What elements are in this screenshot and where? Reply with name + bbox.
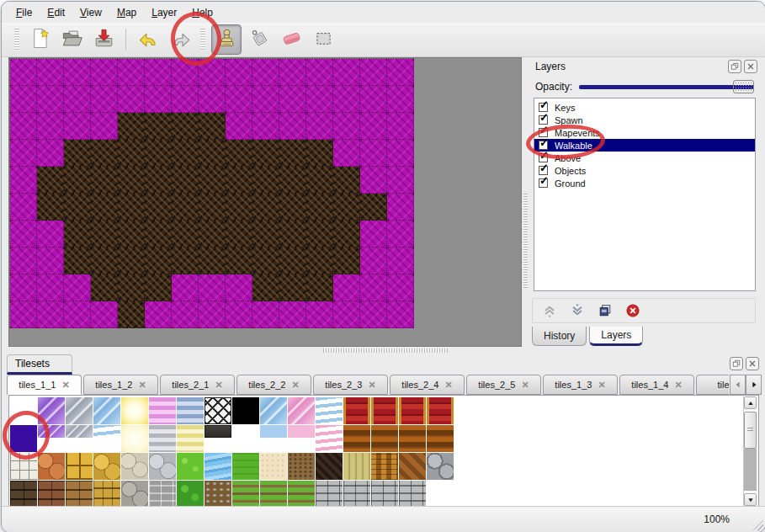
palette-tile-carpet-red[interactable]	[343, 397, 370, 424]
map-tile-walkable[interactable]	[226, 221, 252, 247]
tab-tilesets[interactable]: Tilesets	[7, 354, 72, 375]
menu-map[interactable]: Map	[109, 4, 144, 21]
map-tile-walkable[interactable]	[333, 221, 360, 247]
map-tile-walkable[interactable]	[145, 247, 172, 274]
palette-tile-glass-blue[interactable]	[93, 397, 120, 424]
map-tile-ground[interactable]	[360, 274, 387, 301]
map-tile-ground[interactable]	[199, 274, 226, 301]
opacity-slider[interactable]	[579, 80, 754, 93]
close-tilesets-button[interactable]	[746, 357, 759, 370]
map-tile-walkable[interactable]	[145, 140, 172, 167]
map-tile-ground[interactable]	[10, 86, 37, 113]
map-tile-ground[interactable]	[226, 86, 252, 113]
map-tile-ground[interactable]	[37, 59, 64, 86]
map-tile-walkable[interactable]	[226, 247, 252, 274]
map-tile-walkable[interactable]	[118, 274, 145, 301]
palette-tile-grass-bright[interactable]	[177, 453, 204, 480]
map-tile-ground[interactable]	[252, 86, 279, 113]
map-tile-walkable[interactable]	[145, 194, 172, 221]
palette-tile-dirt-rocks[interactable]	[205, 481, 231, 508]
map-tile-walkable[interactable]	[252, 274, 279, 301]
map-tile-walkable[interactable]	[279, 167, 306, 194]
map-tile-walkable[interactable]	[64, 221, 91, 247]
map-tile-ground[interactable]	[306, 301, 333, 328]
palette-tile-basket[interactable]	[371, 453, 398, 480]
map-tile-ground[interactable]	[37, 221, 64, 247]
map-tile-ground[interactable]	[360, 167, 387, 194]
tab-layers[interactable]: Layers	[589, 327, 643, 346]
map-tile-walkable[interactable]	[145, 221, 172, 247]
map-tile-walkable[interactable]	[199, 140, 226, 167]
map-tile-ground[interactable]	[91, 59, 118, 86]
map-tile-walkable[interactable]	[279, 247, 306, 274]
close-tab-icon[interactable]: ✕	[291, 380, 299, 390]
palette-tile-wavy-blue[interactable]	[93, 425, 120, 438]
map-tile-ground[interactable]	[360, 86, 387, 113]
map-tile-ground[interactable]	[279, 113, 306, 140]
map-tile-ground[interactable]	[37, 140, 64, 167]
palette-tile-stripes-blue[interactable]	[177, 397, 204, 424]
map-tile-walkable[interactable]	[91, 140, 118, 167]
map-tile-ground[interactable]	[37, 247, 64, 274]
save-map-button[interactable]	[89, 25, 118, 54]
horizontal-splitter-handle[interactable]	[323, 348, 448, 353]
map-tile-ground[interactable]	[10, 247, 37, 274]
map-tile-ground[interactable]	[360, 301, 387, 328]
map-tile-ground[interactable]	[10, 140, 37, 167]
palette-tile-gold-tiles[interactable]	[66, 453, 93, 480]
map-tile-ground[interactable]	[37, 301, 64, 328]
palette-tile-gold-stones[interactable]	[93, 453, 120, 480]
map-tile-ground[interactable]	[10, 113, 37, 140]
map-tile-walkable[interactable]	[306, 140, 333, 167]
palette-scrollbar[interactable]	[743, 396, 757, 506]
palette-tile-dirt[interactable]	[288, 453, 315, 480]
close-tab-icon[interactable]: ✕	[674, 380, 682, 390]
tileset-tab-tiles_2_3[interactable]: tiles_2_3✕	[313, 375, 388, 395]
map-tile-walkable[interactable]	[226, 167, 252, 194]
map-tile-walkable[interactable]	[199, 221, 226, 247]
map-tile-ground[interactable]	[252, 59, 279, 86]
close-tab-icon[interactable]: ✕	[444, 380, 452, 390]
map-tile-walkable[interactable]	[279, 140, 306, 167]
tileset-tab-tiles_2_4[interactable]: tiles_2_4✕	[390, 375, 465, 395]
map-tile-ground[interactable]	[387, 221, 414, 247]
palette-tile-pebbles[interactable]	[121, 453, 148, 480]
palette-tile-stripes-pink[interactable]	[149, 397, 176, 424]
map-tile-ground[interactable]	[279, 301, 306, 328]
map-tile-ground[interactable]	[387, 86, 414, 113]
map-tile-walkable[interactable]	[64, 247, 91, 274]
palette-tile-glass-gray[interactable]	[66, 425, 93, 438]
fill-tool-button[interactable]	[245, 25, 274, 54]
map-tile-ground[interactable]	[199, 59, 226, 86]
map-tile-walkable[interactable]	[279, 221, 306, 247]
map-tile-walkable[interactable]	[333, 167, 360, 194]
map-tile-walkable[interactable]	[333, 194, 360, 221]
map-tile-walkable[interactable]	[145, 113, 172, 140]
map-tile-ground[interactable]	[10, 59, 37, 86]
palette-tile-glow-yellow[interactable]	[121, 397, 148, 424]
map-tile-ground[interactable]	[279, 59, 306, 86]
map-tile-walkable[interactable]	[118, 113, 145, 140]
menu-file[interactable]: File	[8, 4, 40, 21]
map-tile-ground[interactable]	[306, 86, 333, 113]
map-tile-ground[interactable]	[172, 86, 199, 113]
map-tile-walkable[interactable]	[172, 247, 199, 274]
map-tile-walkable[interactable]	[91, 247, 118, 274]
palette-tile-wavy-pink[interactable]	[316, 425, 343, 452]
map-tile-ground[interactable]	[10, 274, 37, 301]
map-tile-walkable[interactable]	[172, 140, 199, 167]
close-tab-icon[interactable]: ✕	[598, 380, 605, 390]
close-tab-icon[interactable]: ✕	[61, 380, 69, 390]
palette-tile-stone-gold[interactable]	[93, 481, 120, 508]
map-tile-ground[interactable]	[387, 140, 414, 167]
map-tile-walkable[interactable]	[306, 274, 333, 301]
map-tile-ground[interactable]	[360, 59, 387, 86]
map-tile-ground[interactable]	[10, 301, 37, 328]
map-tile-ground[interactable]	[387, 301, 414, 328]
palette-tile-stripes-yellow[interactable]	[177, 425, 204, 452]
rect-select-tool-button[interactable]	[309, 25, 337, 54]
map-tile-ground[interactable]	[333, 59, 360, 86]
map-tile-walkable[interactable]	[226, 194, 252, 221]
scroll-up-button[interactable]	[744, 396, 757, 409]
map-tile-walkable[interactable]	[252, 194, 279, 221]
